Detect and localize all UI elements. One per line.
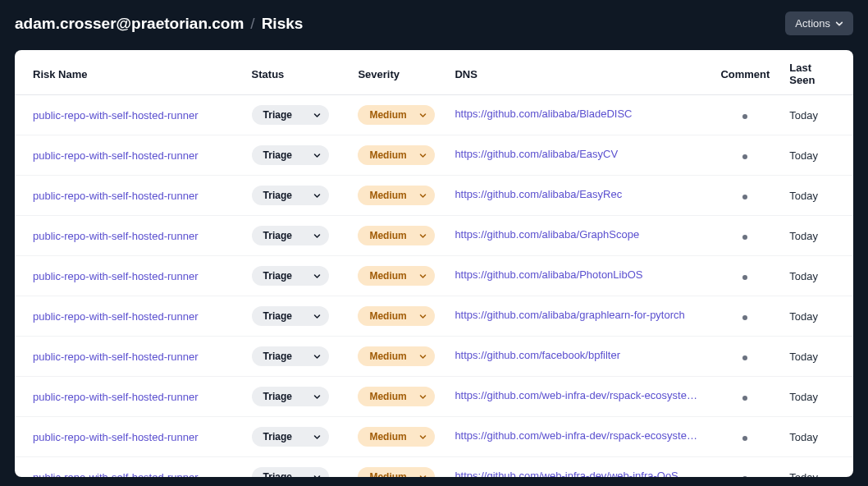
risk-name-link[interactable]: public-repo-with-self-hosted-runner <box>33 310 199 323</box>
table-row: public-repo-with-self-hosted-runnerTriag… <box>15 176 853 216</box>
severity-select[interactable]: Medium <box>358 427 435 447</box>
risk-name-link[interactable]: public-repo-with-self-hosted-runner <box>33 230 199 242</box>
risk-name-link[interactable]: public-repo-with-self-hosted-runner <box>33 471 199 478</box>
severity-select[interactable]: Medium <box>358 145 435 165</box>
dns-link[interactable]: https://github.com/web-infra-dev/rspack-… <box>455 429 701 442</box>
severity-select[interactable]: Medium <box>358 266 435 286</box>
last-seen-value: Today <box>789 310 818 323</box>
last-seen-value: Today <box>789 270 818 282</box>
chevron-down-icon <box>313 474 321 478</box>
severity-select[interactable]: Medium <box>358 346 435 366</box>
status-select[interactable]: Triage <box>252 266 329 286</box>
risk-name-link[interactable]: public-repo-with-self-hosted-runner <box>33 149 199 162</box>
status-select[interactable]: Triage <box>252 387 329 406</box>
table-row: public-repo-with-self-hosted-runnerTriag… <box>15 417 853 457</box>
chevron-down-icon <box>419 433 427 441</box>
comment-indicator-icon[interactable] <box>742 275 747 280</box>
status-select[interactable]: Triage <box>252 186 329 205</box>
comment-indicator-icon[interactable] <box>742 154 747 159</box>
col-header-lastseen[interactable]: Last Seen <box>779 50 853 95</box>
dns-link[interactable]: https://github.com/web-infra-dev/rspack-… <box>455 389 701 401</box>
status-label: Triage <box>263 190 292 201</box>
severity-select[interactable]: Medium <box>358 306 435 326</box>
table-row: public-repo-with-self-hosted-runnerTriag… <box>15 95 853 135</box>
table-row: public-repo-with-self-hosted-runnerTriag… <box>15 457 853 478</box>
last-seen-value: Today <box>789 149 818 162</box>
severity-select[interactable]: Medium <box>358 186 435 205</box>
actions-button-label: Actions <box>795 17 830 30</box>
comment-indicator-icon[interactable] <box>742 436 747 441</box>
table-row: public-repo-with-self-hosted-runnerTriag… <box>15 296 853 337</box>
dns-link[interactable]: https://github.com/facebook/bpfilter <box>455 349 620 361</box>
dns-link[interactable]: https://github.com/alibaba/BladeDISC <box>455 108 632 120</box>
col-header-comment[interactable]: Comment <box>710 50 779 95</box>
comment-indicator-icon[interactable] <box>742 355 747 360</box>
status-select[interactable]: Triage <box>252 145 329 165</box>
last-seen-value: Today <box>789 471 818 478</box>
actions-button[interactable]: Actions <box>785 11 853 35</box>
dns-link[interactable]: https://github.com/alibaba/EasyCV <box>455 148 618 160</box>
col-header-severity[interactable]: Severity <box>348 50 445 95</box>
risk-name-link[interactable]: public-repo-with-self-hosted-runner <box>33 431 199 443</box>
risk-name-link[interactable]: public-repo-with-self-hosted-runner <box>33 190 199 202</box>
severity-select[interactable]: Medium <box>358 387 435 406</box>
dns-link[interactable]: https://github.com/web-infra-dev/web-inf… <box>455 470 678 477</box>
comment-indicator-icon[interactable] <box>742 476 747 478</box>
status-select[interactable]: Triage <box>252 467 329 477</box>
chevron-down-icon <box>419 152 427 159</box>
status-select[interactable]: Triage <box>252 226 329 245</box>
risk-name-link[interactable]: public-repo-with-self-hosted-runner <box>33 270 199 282</box>
last-seen-value: Today <box>789 391 818 403</box>
risks-panel: Risk Name Status Severity DNS Comment La… <box>15 50 853 477</box>
last-seen-value: Today <box>789 190 818 202</box>
severity-select[interactable]: Medium <box>358 226 435 245</box>
risk-name-link[interactable]: public-repo-with-self-hosted-runner <box>33 109 199 122</box>
comment-indicator-icon[interactable] <box>742 195 747 199</box>
risk-name-link[interactable]: public-repo-with-self-hosted-runner <box>33 391 199 403</box>
comment-indicator-icon[interactable] <box>742 114 747 119</box>
chevron-down-icon <box>313 232 321 240</box>
table-row: public-repo-with-self-hosted-runnerTriag… <box>15 256 853 296</box>
col-header-status[interactable]: Status <box>242 50 349 95</box>
chevron-down-icon <box>419 474 427 478</box>
comment-indicator-icon[interactable] <box>742 315 747 320</box>
table-row: public-repo-with-self-hosted-runnerTriag… <box>15 377 853 417</box>
severity-label: Medium <box>369 270 406 282</box>
last-seen-value: Today <box>789 431 818 443</box>
table-row: public-repo-with-self-hosted-runnerTriag… <box>15 216 853 256</box>
last-seen-value: Today <box>789 230 818 242</box>
col-header-name[interactable]: Risk Name <box>15 50 242 95</box>
breadcrumb-page: Risks <box>262 15 304 33</box>
chevron-down-icon <box>835 20 843 28</box>
severity-label: Medium <box>369 310 406 322</box>
severity-select[interactable]: Medium <box>358 105 435 125</box>
dns-link[interactable]: https://github.com/alibaba/PhotonLibOS <box>455 268 642 281</box>
severity-label: Medium <box>369 230 406 241</box>
dns-link[interactable]: https://github.com/alibaba/GraphScope <box>455 228 639 241</box>
status-label: Triage <box>263 230 292 241</box>
status-select[interactable]: Triage <box>252 427 329 447</box>
last-seen-value: Today <box>789 351 818 363</box>
chevron-down-icon <box>419 273 427 280</box>
status-select[interactable]: Triage <box>252 105 329 125</box>
severity-label: Medium <box>369 351 406 362</box>
chevron-down-icon <box>313 152 321 159</box>
chevron-down-icon <box>313 353 321 360</box>
status-select[interactable]: Triage <box>252 306 329 326</box>
severity-label: Medium <box>369 190 406 201</box>
dns-link[interactable]: https://github.com/alibaba/graphlearn-fo… <box>455 309 684 321</box>
comment-indicator-icon[interactable] <box>742 396 747 401</box>
breadcrumb-user[interactable]: adam.crosser@praetorian.com <box>15 15 244 33</box>
severity-label: Medium <box>369 431 406 442</box>
status-select[interactable]: Triage <box>252 346 329 366</box>
chevron-down-icon <box>313 273 321 280</box>
comment-indicator-icon[interactable] <box>742 235 747 240</box>
severity-select[interactable]: Medium <box>358 467 435 477</box>
severity-label: Medium <box>369 471 406 477</box>
chevron-down-icon <box>313 313 321 320</box>
status-label: Triage <box>263 109 292 121</box>
col-header-dns[interactable]: DNS <box>445 50 710 95</box>
dns-link[interactable]: https://github.com/alibaba/EasyRec <box>455 188 622 200</box>
table-row: public-repo-with-self-hosted-runnerTriag… <box>15 135 853 176</box>
risk-name-link[interactable]: public-repo-with-self-hosted-runner <box>33 351 199 363</box>
